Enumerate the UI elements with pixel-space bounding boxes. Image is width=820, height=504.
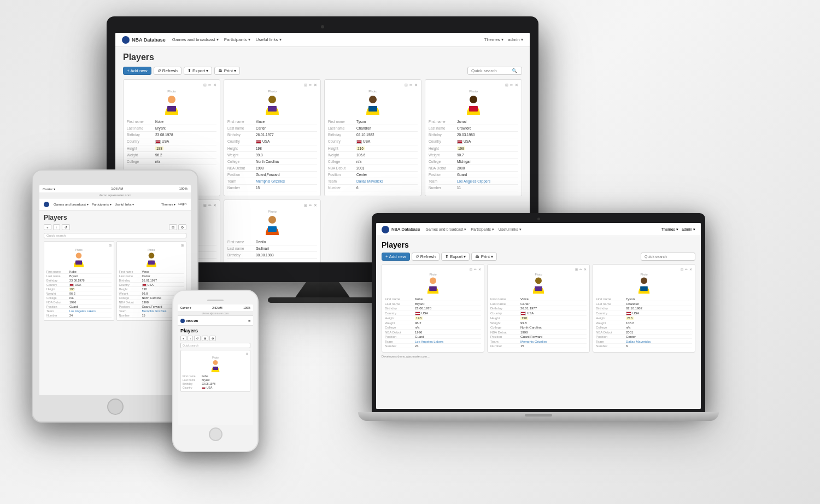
tablet-nav-items: Games and broadcast ▾ Participants ▾ Use… [54, 202, 161, 206]
tablet-toolbar: + ↑ ↺ ⊞ ⚙ [44, 224, 186, 230]
monitor-nav-games[interactable]: Games and broadcast ▾ [172, 37, 219, 42]
card-header-3: ⊞ ✏ ✕ [328, 83, 418, 87]
delete-icon-4[interactable]: ✕ [515, 83, 518, 87]
edit-icon-2[interactable]: ✏ [309, 83, 312, 87]
laptop-export-btn[interactable]: ⬆ Export ▾ [441, 253, 470, 261]
delete-icon-3[interactable]: ✕ [414, 83, 418, 87]
monitor-nav-participants[interactable]: Participants ▾ [224, 37, 250, 42]
tablet-add-btn[interactable]: + [44, 224, 51, 230]
monitor-refresh-btn[interactable]: ↺ Refresh [154, 67, 181, 75]
tablet-home-button[interactable] [107, 398, 124, 415]
laptop-flag-3 [626, 312, 631, 315]
edit-icon[interactable]: ✏ [208, 83, 212, 87]
phone-grid-btn[interactable]: ⊞ [202, 336, 208, 341]
delete-icon-6[interactable]: ✕ [314, 203, 317, 208]
phone-search-box[interactable]: Quick search [180, 343, 250, 348]
phone-add-btn[interactable]: + [180, 336, 186, 341]
player-field-birthday: Birthday23.08.1978 [127, 133, 216, 138]
laptop-card-header-2: ⊞ ✏ ✕ [490, 267, 587, 271]
monitor-search-box[interactable]: 🔍 [467, 67, 522, 75]
tablet-flag-2 [142, 284, 147, 286]
tablet-nav-links[interactable]: Useful links ▾ [115, 202, 134, 206]
monitor-nav-links[interactable]: Useful links ▾ [256, 37, 282, 42]
laptop-photo-area-3: Photo [596, 273, 692, 295]
laptop-edit-3[interactable]: ✏ [685, 267, 688, 271]
tablet-nav-participants[interactable]: Participants ▾ [92, 202, 112, 206]
laptop-edit-2[interactable]: ✏ [579, 267, 582, 271]
laptop-delete-1[interactable]: ✕ [478, 267, 481, 271]
expand-icon-2[interactable]: ⊞ [304, 83, 307, 87]
tablet-refresh-btn[interactable]: ↺ [62, 224, 70, 230]
monitor-themes-btn[interactable]: Themes ▾ [484, 37, 503, 42]
expand-icon-6[interactable]: ⊞ [304, 203, 307, 208]
phone-refresh-btn[interactable]: ↺ [194, 336, 201, 341]
monitor-search-input[interactable] [471, 68, 509, 73]
laptop-admin-btn[interactable]: admin ▾ [682, 227, 695, 232]
laptop-search-box[interactable] [641, 253, 695, 261]
expand-icon-3[interactable]: ⊞ [405, 83, 408, 87]
tablet-themes[interactable]: Themes ▾ [161, 202, 175, 206]
svg-rect-11 [268, 226, 277, 232]
tablet-photo-2: Photo [119, 248, 184, 268]
laptop-delete-2[interactable]: ✕ [584, 267, 587, 271]
phone-grid-icon[interactable]: ⊞ [246, 352, 248, 355]
laptop-delete-3[interactable]: ✕ [689, 267, 692, 271]
phone-nba-logo [180, 319, 185, 323]
edit-icon-4[interactable]: ✏ [510, 83, 513, 87]
tablet-content: Players + ↑ ↺ ⊞ ⚙ Quick search [39, 210, 191, 395]
laptop-print-btn[interactable]: 🖶 Print ▾ [471, 253, 497, 261]
monitor-export-btn[interactable]: ⬆ Export ▾ [184, 67, 213, 75]
monitor-toolbar-left: + Add new ↺ Refresh ⬆ Export ▾ 🖶 Print ▾ [123, 67, 240, 75]
player-avatar-icon [163, 94, 180, 116]
expand-icon[interactable]: ⊞ [203, 83, 207, 87]
laptop-nav-participants[interactable]: Participants ▾ [471, 227, 494, 232]
monitor-add-btn[interactable]: + Add new [123, 67, 151, 75]
laptop-refresh-btn[interactable]: ↺ Refresh [412, 253, 440, 261]
laptop-themes-btn[interactable]: Themes ▾ [661, 227, 678, 232]
tablet-export-btn[interactable]: ↑ [53, 224, 60, 230]
delete-icon-2[interactable]: ✕ [314, 83, 317, 87]
player-field-lastname: Last nameBryant [127, 126, 216, 132]
tablet-search-box[interactable]: Quick search [44, 233, 186, 238]
laptop-search-input[interactable] [645, 255, 688, 259]
laptop-add-btn[interactable]: + Add new [382, 253, 410, 261]
phone-nav-menu[interactable]: ☰ [248, 319, 250, 323]
laptop-nav-games[interactable]: Games and broadcast ▾ [425, 227, 466, 232]
phone-export-btn[interactable]: ↑ [188, 336, 194, 341]
laptop-nav-links[interactable]: Useful links ▾ [499, 227, 522, 232]
edit-icon-6[interactable]: ✏ [309, 203, 312, 208]
laptop-expand-3[interactable]: ⊞ [681, 267, 683, 271]
expand-icon-4[interactable]: ⊞ [505, 83, 508, 87]
laptop-avatar-2 [531, 276, 546, 295]
tablet-filter-btn[interactable]: ⊞ [169, 224, 177, 230]
tablet-settings-btn[interactable]: ⚙ [178, 224, 186, 230]
monitor-print-btn[interactable]: 🖶 Print ▾ [214, 67, 240, 75]
phone-home-button[interactable] [209, 427, 222, 441]
delete-icon-5[interactable]: ✕ [213, 203, 216, 208]
laptop-card-tyson: ⊞ ✏ ✕ Photo First nameTyso [593, 264, 695, 353]
monitor-page-title: Players [123, 52, 522, 62]
monitor-admin-btn[interactable]: admin ▾ [508, 37, 523, 42]
tablet-nav-games[interactable]: Games and broadcast ▾ [54, 202, 89, 206]
tablet-time: 1:06 AM [111, 187, 123, 190]
laptop-avatar-3 [636, 276, 652, 295]
laptop-edit-1[interactable]: ✏ [474, 267, 477, 271]
tablet-login[interactable]: Login [178, 202, 186, 206]
laptop-photo-area-2: Photo [490, 273, 587, 295]
tablet-grid-icon-2[interactable]: ⊞ [181, 244, 184, 247]
laptop-expand-1[interactable]: ⊞ [470, 267, 472, 271]
svg-point-6 [470, 96, 477, 103]
delete-icon[interactable]: ✕ [213, 83, 216, 87]
laptop-expand-2[interactable]: ⊞ [575, 267, 578, 271]
tablet-grid-icon-1[interactable]: ⊞ [109, 244, 112, 247]
nba-logo-icon [122, 36, 130, 44]
card-header-4: ⊞ ✏ ✕ [429, 83, 518, 87]
edit-icon-5[interactable]: ✏ [208, 203, 212, 208]
phone-settings-btn[interactable]: ⚙ [209, 336, 216, 341]
monitor-brand-name: NBA Database [132, 37, 166, 43]
phone-device: Carrier ▾ 2:52 AM 100% demo.ajaxmaster.c… [172, 290, 259, 452]
laptop-brand-name: NBA Database [391, 227, 420, 232]
expand-icon-5[interactable]: ⊞ [203, 203, 207, 208]
tablet-avatar-1 [72, 251, 85, 268]
edit-icon-3[interactable]: ✏ [409, 83, 413, 87]
